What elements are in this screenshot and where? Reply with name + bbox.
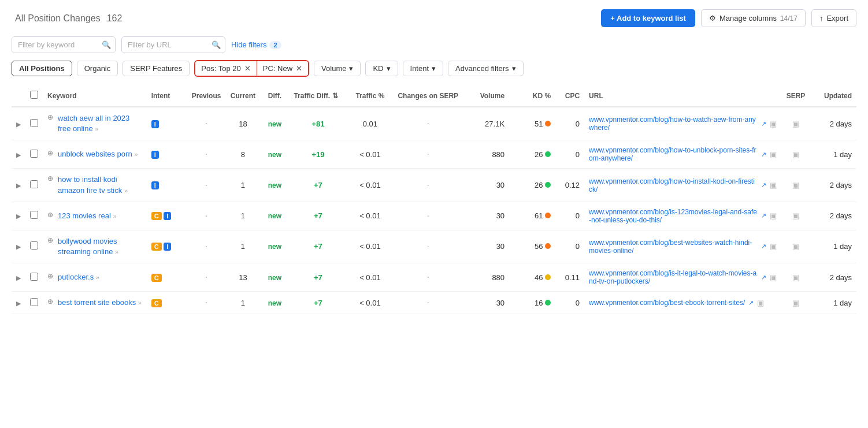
expand-button[interactable]: ▶ (16, 243, 21, 251)
keyword-link[interactable]: bollywood movies streaming online » (58, 236, 142, 257)
current-cell: 1 (225, 169, 260, 202)
keyword-link[interactable]: 123 movies real » (58, 211, 117, 221)
current-cell: 1 (225, 230, 260, 263)
plus-circle-icon: ⊕ (47, 236, 53, 244)
expand-button[interactable]: ▶ (16, 121, 21, 128)
serp-icon[interactable]: ▣ (792, 211, 799, 220)
table-row: ▶ ⊕ how to install kodi amazon fire tv s… (12, 169, 856, 202)
cpc-cell: 0 (555, 140, 584, 169)
keyword-filter-input[interactable] (12, 36, 116, 53)
keyword-link[interactable]: best torrent site ebooks » (58, 297, 142, 308)
cpc-cell: 0.11 (555, 263, 584, 292)
chevron-down-icon: ▾ (432, 64, 436, 73)
advanced-filters-dropdown[interactable]: Advanced filters ▾ (448, 61, 524, 76)
changes-cell: · (393, 263, 463, 292)
kd-dropdown[interactable]: KD ▾ (365, 61, 398, 76)
keyword-link[interactable]: unblock websites porn » (58, 149, 138, 159)
external-link-icon: ↗ (761, 243, 766, 250)
tab-serp-features[interactable]: SERP Features (123, 61, 190, 76)
kd-cell: 61 (509, 202, 555, 230)
url-link[interactable]: www.vpnmentor.com/blog/is-it-legal-to-wa… (589, 269, 758, 285)
url-filter-wrap: 🔍 (121, 36, 225, 53)
col-traffic-diff-header[interactable]: Traffic Diff. ⇅ (289, 85, 347, 107)
tab-all-positions[interactable]: All Positions (12, 61, 72, 76)
diff-cell: new (260, 140, 289, 169)
expand-button[interactable]: ▶ (16, 274, 21, 282)
add-to-keyword-list-button[interactable]: + Add to keyword list (601, 9, 695, 27)
url-filter-input[interactable] (121, 36, 225, 53)
row-checkbox[interactable] (30, 150, 38, 158)
url-link[interactable]: www.vpnmentor.com/blog/how-to-unblock-po… (589, 146, 758, 162)
current-cell: 1 (225, 292, 260, 314)
url-search-icon: 🔍 (212, 40, 221, 49)
url-cell: www.vpnmentor.com/blog/best-websites-wat… (584, 230, 781, 263)
manage-columns-button[interactable]: ⚙ Manage columns 14/17 (701, 9, 806, 27)
table-row: ▶ ⊕ 123 movies real » C I · 1 new +7 < 0… (12, 202, 856, 230)
row-checkbox[interactable] (30, 211, 38, 219)
kd-dot (545, 121, 551, 126)
screenshot-icon: ▣ (770, 150, 777, 159)
export-button[interactable]: ↑ Export (811, 9, 856, 27)
row-checkbox[interactable] (30, 180, 38, 188)
expand-button[interactable]: ▶ (16, 213, 21, 220)
keyword-link[interactable]: putlocker.s » (58, 272, 99, 282)
updated-cell: 2 days (810, 107, 856, 140)
url-link[interactable]: www.vpnmentor.com/blog/best-ebook-torren… (589, 299, 745, 307)
volume-cell: 30 (463, 292, 509, 314)
volume-cell: 27.1K (463, 107, 509, 140)
current-cell: 18 (225, 107, 260, 140)
url-link[interactable]: www.vpnmentor.com/blog/how-to-watch-aew-… (589, 116, 758, 132)
hide-filters-button[interactable]: Hide filters 2 (231, 40, 281, 49)
expand-button[interactable]: ▶ (16, 300, 21, 307)
select-all-checkbox[interactable] (30, 91, 38, 99)
expand-button[interactable]: ▶ (16, 182, 21, 189)
checkbox-cell (25, 107, 43, 140)
table-row: ▶ ⊕ bollywood movies streaming online » … (12, 230, 856, 263)
serp-icon[interactable]: ▣ (792, 150, 799, 159)
url-link[interactable]: www.vpnmentor.com/blog/best-websites-wat… (589, 239, 758, 255)
keyword-cell: ⊕ bollywood movies streaming online » (43, 230, 147, 263)
plus-circle-icon: ⊕ (47, 297, 53, 306)
diff-cell: new (260, 230, 289, 263)
kd-dot (545, 151, 551, 157)
remove-pc-new-button[interactable]: ✕ (296, 64, 302, 73)
keyword-link[interactable]: watch aew all in 2023 free online » (58, 113, 142, 134)
serp-icon[interactable]: ▣ (792, 120, 799, 128)
url-link[interactable]: www.vpnmentor.com/blog/is-123movies-lega… (589, 208, 758, 224)
keyword-filter-wrap: 🔍 (12, 36, 116, 53)
row-checkbox[interactable] (30, 298, 38, 306)
previous-cell: · (187, 140, 226, 169)
expand-button[interactable]: ▶ (16, 151, 21, 159)
expand-cell: ▶ (12, 169, 25, 202)
serp-cell: ▣ (781, 230, 810, 263)
tab-organic[interactable]: Organic (77, 61, 118, 76)
updated-cell: 1 day (810, 140, 856, 169)
intent-cell: C I (147, 202, 187, 230)
tag-bar: All Positions Organic SERP Features Pos:… (12, 60, 856, 77)
url-link[interactable]: www.vpnmentor.com/blog/how-to-install-ko… (589, 177, 758, 193)
plus-circle-icon: ⊕ (47, 113, 53, 121)
row-checkbox[interactable] (30, 273, 38, 281)
changes-cell: · (393, 292, 463, 314)
serp-icon[interactable]: ▣ (792, 299, 799, 307)
filter-pos-top20: Pos: Top 20 ✕ (195, 61, 257, 76)
row-checkbox[interactable] (30, 241, 38, 250)
kd-cell: 26 (509, 140, 555, 169)
serp-icon[interactable]: ▣ (792, 273, 799, 282)
expand-cell: ▶ (12, 107, 25, 140)
changes-cell: · (393, 107, 463, 140)
page-title: All Position Changes 162 (12, 12, 122, 24)
intent-cell: I (147, 107, 187, 140)
serp-icon[interactable]: ▣ (792, 181, 799, 189)
row-checkbox[interactable] (30, 119, 38, 127)
intent-dropdown[interactable]: Intent ▾ (403, 61, 444, 76)
col-current-header: Current (225, 85, 260, 107)
volume-dropdown[interactable]: Volume ▾ (314, 61, 361, 76)
kd-dot (545, 243, 551, 249)
remove-pos-top20-button[interactable]: ✕ (244, 64, 251, 73)
external-link-icon: ↗ (761, 274, 766, 281)
serp-icon[interactable]: ▣ (792, 242, 799, 251)
serp-cell: ▣ (781, 169, 810, 202)
keywords-table: Keyword Intent Previous Current Diff. Tr… (12, 85, 856, 314)
keyword-link[interactable]: how to install kodi amazon fire tv stick… (58, 174, 142, 195)
